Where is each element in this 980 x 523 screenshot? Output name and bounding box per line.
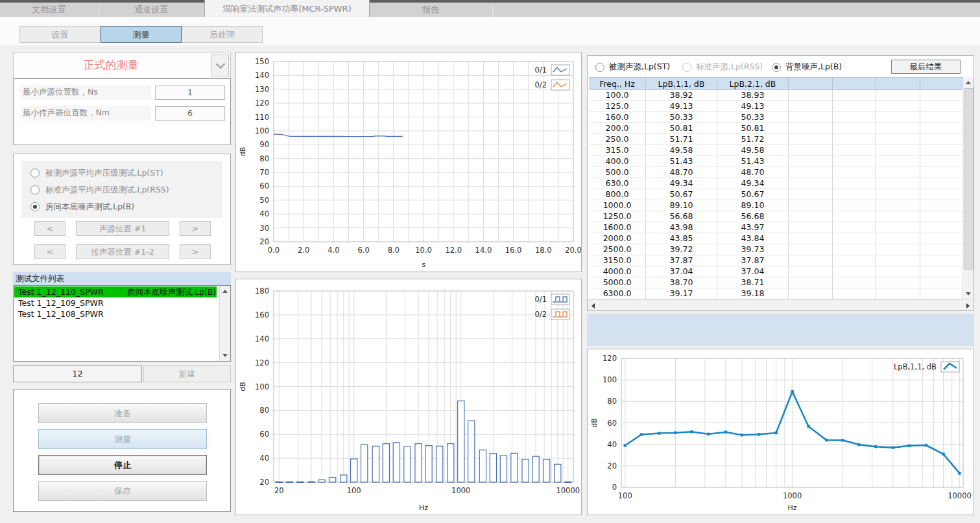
param-row: 最小传声器位置数，Nm 6 bbox=[20, 106, 225, 121]
param-ns-input[interactable]: 1 bbox=[155, 86, 225, 100]
table-row[interactable]: 1250.056.6856.68 bbox=[589, 211, 964, 222]
source-position-next-button[interactable]: > bbox=[180, 221, 211, 236]
chevron-down-icon bbox=[215, 59, 224, 68]
table-horizontal-scrollbar[interactable] bbox=[588, 299, 974, 310]
table-row[interactable]: 400.051.4351.43 bbox=[589, 156, 964, 167]
table-cell bbox=[920, 288, 964, 299]
subtab-settings[interactable]: 设置 bbox=[19, 26, 101, 43]
table-cell bbox=[876, 90, 920, 100]
table-cell bbox=[833, 222, 877, 233]
table-row[interactable]: 4000.037.0437.04 bbox=[589, 266, 964, 277]
tab-report[interactable]: 报告 bbox=[370, 3, 493, 17]
table-cell: 500.0 bbox=[589, 167, 646, 178]
table-cell bbox=[833, 145, 877, 156]
measure-mode-select[interactable]: 正式的测量 bbox=[13, 52, 231, 78]
filter-label: 被测声源,Lp(ST) bbox=[609, 62, 670, 73]
table-row[interactable]: 160.050.3350.33 bbox=[589, 112, 964, 123]
table-row[interactable]: 630.049.3449.34 bbox=[589, 178, 964, 189]
table-row[interactable]: 2500.039.7239.73 bbox=[589, 244, 964, 255]
table-cell bbox=[789, 156, 833, 167]
table-row[interactable]: 800.050.6750.67 bbox=[589, 189, 964, 200]
table-cell bbox=[920, 112, 964, 122]
table-cell bbox=[789, 222, 833, 233]
svg-text:120: 120 bbox=[255, 99, 269, 108]
table-row[interactable]: 100.038.9238.93 bbox=[589, 90, 964, 101]
file-number-input[interactable]: 12 bbox=[13, 366, 142, 382]
measure-mode-dropdown-button[interactable] bbox=[211, 54, 229, 76]
table-row[interactable]: 1600.043.9843.97 bbox=[589, 222, 964, 233]
svg-text:8.0: 8.0 bbox=[388, 246, 400, 255]
result-line-chart-panel: 020406080100120100100010000dBHzLpB,1,1, … bbox=[587, 349, 974, 515]
prepare-button[interactable]: 准备 bbox=[38, 403, 207, 423]
radio-label: 标准声源平均声压级测试,Lp(RSS) bbox=[45, 185, 169, 196]
file-list-item[interactable]: Test 1_12_109_SPWR bbox=[14, 297, 219, 308]
table-cell: 43.97 bbox=[717, 222, 789, 233]
table-row[interactable]: 2000.043.8543.84 bbox=[589, 233, 964, 244]
table-cell bbox=[920, 123, 964, 134]
table-cell bbox=[833, 277, 877, 288]
scroll-left-icon bbox=[592, 303, 595, 308]
file-list-title: 测试文件列表 bbox=[13, 272, 231, 285]
table-row[interactable]: 125.049.1349.13 bbox=[589, 101, 964, 112]
table-row[interactable]: 200.050.8150.81 bbox=[589, 123, 964, 134]
mic-position-button[interactable]: 传声器位置 #1-2 bbox=[76, 244, 169, 259]
radio-label: 被测声源平均声压级测试,Lp(ST) bbox=[45, 168, 163, 179]
table-row[interactable]: 6300.039.1739.18 bbox=[589, 288, 964, 299]
table-cell bbox=[833, 178, 877, 189]
new-file-button[interactable]: 新建 bbox=[143, 366, 231, 382]
svg-text:Hz: Hz bbox=[787, 504, 796, 512]
table-row[interactable]: 250.051.7151.72 bbox=[589, 134, 964, 145]
subtab-postprocess[interactable]: 后处理 bbox=[182, 26, 263, 43]
svg-text:0: 0 bbox=[612, 483, 617, 492]
measure-button[interactable]: 测量 bbox=[38, 429, 207, 449]
spectrum-bar-chart-panel: 2040608010012014016018020100100010000dBH… bbox=[235, 279, 582, 515]
table-cell: 37.04 bbox=[717, 266, 789, 277]
source-position-prev-button[interactable]: < bbox=[34, 221, 66, 236]
mic-position-next-button[interactable]: > bbox=[180, 244, 211, 259]
table-cell: 49.58 bbox=[646, 145, 717, 156]
radio-lp-rss-test[interactable]: 标准声源平均声压级测试,Lp(RSS) bbox=[30, 184, 169, 196]
table-cell bbox=[789, 167, 833, 178]
filter-radio-lp-rss[interactable]: 标准声源,Lp(RSS) bbox=[682, 62, 763, 73]
scrollbar-thumb[interactable] bbox=[964, 88, 974, 270]
scroll-down-icon bbox=[966, 292, 971, 296]
table-cell: 37.87 bbox=[646, 255, 717, 266]
table-cell bbox=[789, 90, 833, 100]
table-row[interactable]: 3150.037.8737.87 bbox=[589, 255, 964, 266]
file-list-item[interactable]: Test 1_12_110_SPWR房间本底噪声测试,Lp(B) bbox=[14, 286, 217, 297]
table-cell: 3150.0 bbox=[589, 255, 646, 266]
radio-lp-b-test[interactable]: 房间本底噪声测试,Lp(B) bbox=[30, 201, 134, 213]
scroll-up-icon bbox=[966, 81, 971, 84]
mic-position-prev-button[interactable]: < bbox=[34, 244, 66, 259]
table-row[interactable]: 1000.089.1089.10 bbox=[589, 200, 964, 211]
source-position-button[interactable]: 声源位置 #1 bbox=[76, 221, 169, 236]
table-cell bbox=[833, 167, 877, 178]
table-cell bbox=[920, 178, 964, 189]
subtab-measure[interactable]: 测量 bbox=[101, 26, 182, 43]
table-row[interactable]: 5000.038.7038.71 bbox=[589, 277, 964, 288]
stop-button[interactable]: 停止 bbox=[38, 455, 207, 475]
radio-lp-st-test[interactable]: 被测声源平均声压级测试,Lp(ST) bbox=[30, 167, 163, 179]
table-cell: 250.0 bbox=[589, 134, 646, 145]
table-cell: 56.68 bbox=[717, 211, 789, 222]
save-button[interactable]: 保存 bbox=[38, 481, 207, 501]
param-nm-input[interactable]: 6 bbox=[155, 106, 225, 121]
table-vertical-scrollbar[interactable] bbox=[962, 77, 974, 299]
table-cell bbox=[876, 266, 920, 277]
spectrum-bar-chart: 2040608010012014016018020100100010000dBH… bbox=[236, 279, 581, 515]
file-list-item[interactable]: Test 1_12_108_SPWR bbox=[14, 308, 219, 320]
table-row[interactable]: 500.048.7048.70 bbox=[589, 167, 964, 178]
svg-text:20: 20 bbox=[259, 478, 269, 487]
svg-text:60: 60 bbox=[259, 181, 269, 191]
table-row[interactable]: 315.049.5849.58 bbox=[589, 145, 964, 156]
tab-channel-settings[interactable]: 通道设置 bbox=[99, 3, 204, 17]
file-list-scrollbar[interactable] bbox=[219, 286, 230, 361]
filter-radio-lp-st[interactable]: 被测声源,Lp(ST) bbox=[595, 62, 670, 73]
tab-mcr-spwr[interactable]: 混响室法测试声功率(MCR-SPWR) bbox=[204, 0, 370, 17]
time-history-chart-panel: 20304050607080901001101201301401500.02.0… bbox=[235, 52, 582, 272]
table-header-cell bbox=[920, 78, 964, 89]
filter-radio-lp-b[interactable]: 背景噪声,Lp(B) bbox=[772, 62, 842, 73]
tab-document-settings[interactable]: 文档设置 bbox=[0, 3, 99, 17]
table-cell: 89.10 bbox=[646, 200, 717, 211]
last-result-button[interactable]: 最后结果 bbox=[891, 60, 961, 74]
